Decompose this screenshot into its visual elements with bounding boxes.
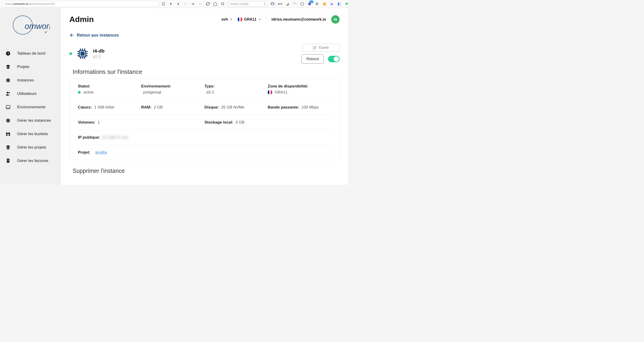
reboot-button[interactable]: Reboot bbox=[302, 54, 324, 64]
sidebar-item-projects[interactable]: Projets bbox=[0, 60, 61, 74]
chip-icon bbox=[76, 48, 89, 60]
forward-icon[interactable] bbox=[184, 2, 188, 6]
ext-icon-5[interactable]: ⚙ bbox=[315, 2, 319, 6]
svg-line-51 bbox=[314, 46, 316, 48]
dropdown-icon[interactable]: ▾ bbox=[169, 2, 173, 6]
region-selector[interactable]: GRA11 ▼ bbox=[238, 17, 261, 22]
bookmark-icon[interactable] bbox=[161, 2, 166, 6]
logo[interactable]: omwork bbox=[11, 14, 50, 38]
instance-name: i4-db bbox=[93, 48, 104, 54]
ext-icon-1[interactable]: ◢ bbox=[285, 2, 290, 6]
url-bar[interactable]: cloud.comwork.io/admin/instance/195 bbox=[2, 1, 159, 7]
svg-point-6 bbox=[45, 32, 46, 33]
svg-point-7 bbox=[47, 31, 48, 32]
ram-value: 2 GB bbox=[154, 105, 163, 110]
ext-icon-8[interactable]: ◧ bbox=[337, 2, 341, 6]
sidebar-item-manage-instances[interactable]: Gérer les instances bbox=[0, 114, 61, 127]
ext-icon-3[interactable] bbox=[300, 2, 304, 6]
sidebar: omwork Tableau de bord Projets Instances… bbox=[0, 8, 61, 185]
url-prefix: cloud. bbox=[5, 2, 13, 6]
svg-rect-38 bbox=[81, 52, 84, 55]
instance-size: d2-2 bbox=[93, 55, 104, 59]
info-section-title: Informations sur l'instance bbox=[72, 68, 340, 76]
back-link[interactable]: Retour aux instances bbox=[69, 33, 119, 38]
status-label: Statut: bbox=[78, 84, 141, 89]
svg-rect-10 bbox=[8, 80, 9, 81]
layers-icon bbox=[6, 64, 11, 69]
ext-icon-9[interactable]: ✱ bbox=[344, 2, 348, 6]
avatar[interactable]: IN bbox=[331, 15, 340, 24]
back-icon[interactable] bbox=[176, 2, 180, 6]
sidebar-item-manage-buckets[interactable]: Gérer les buckets bbox=[0, 127, 61, 141]
delete-section-title: Supprimer l'instance bbox=[72, 168, 340, 174]
ext-icon-2[interactable]: ◠ bbox=[293, 2, 297, 6]
url-path: /admin/instance/195 bbox=[28, 2, 55, 6]
svg-point-3 bbox=[272, 3, 273, 4]
sidebar-item-label: Projets bbox=[17, 65, 29, 69]
sidebar-item-manage-projects[interactable]: Gérer les projets bbox=[0, 141, 61, 154]
svg-rect-33 bbox=[7, 132, 8, 133]
profile-icon[interactable] bbox=[270, 2, 274, 6]
save-icon bbox=[6, 131, 11, 137]
svg-point-0 bbox=[221, 3, 224, 5]
bandwidth-label: Bande passante: bbox=[268, 105, 299, 110]
disk-label: Disque: bbox=[204, 105, 219, 110]
divider bbox=[266, 16, 266, 23]
laptop-icon bbox=[6, 105, 11, 110]
svg-text:$: $ bbox=[8, 159, 8, 162]
page-title: Admin bbox=[69, 15, 94, 24]
zone-label: Zone de disponibilité: bbox=[268, 84, 331, 89]
open-button[interactable]: Ouvrir bbox=[302, 44, 340, 52]
local-storage-label: Stockage local: bbox=[204, 120, 234, 125]
sidebar-item-label: Instances bbox=[17, 78, 34, 83]
ext-icon-6[interactable]: ▦ bbox=[322, 2, 326, 6]
sidebar-item-label: Gérer les instances bbox=[17, 118, 51, 123]
chevron-down-icon: ▼ bbox=[258, 18, 261, 21]
france-flag-icon bbox=[268, 90, 272, 95]
svg-rect-24 bbox=[8, 120, 9, 121]
last-icon[interactable] bbox=[198, 2, 202, 6]
sidebar-item-manage-invoices[interactable]: $ Gérer les factures bbox=[0, 154, 61, 168]
power-toggle[interactable] bbox=[328, 56, 340, 62]
first-icon[interactable] bbox=[191, 2, 195, 6]
browser-toolbar: cloud.comwork.io/admin/instance/195 ▾ Se… bbox=[0, 0, 348, 8]
sidebar-item-users[interactable]: Utilisateurs bbox=[0, 87, 61, 100]
main-content: Admin ovh ▼ GRA11 ▼ idriss.neumann@comwo… bbox=[61, 8, 348, 185]
users-icon bbox=[6, 91, 11, 96]
git-extension-icon[interactable]: .GIT bbox=[278, 2, 282, 6]
user-email: idriss.neumann@comwork.io bbox=[272, 17, 326, 22]
search-google-input[interactable]: Search Google ▾ bbox=[228, 1, 267, 7]
project-label: Projet: bbox=[78, 150, 90, 155]
sidebar-item-label: Environnements bbox=[17, 105, 46, 109]
svg-line-1 bbox=[223, 5, 224, 5]
public-ip-label: IP publique: bbox=[78, 135, 100, 140]
france-flag-icon bbox=[238, 17, 242, 22]
cores-value: 1 X86 64bit bbox=[94, 105, 114, 110]
env-label: Environnement: bbox=[141, 84, 204, 89]
home-icon[interactable] bbox=[213, 2, 217, 6]
sidebar-item-dashboard[interactable]: Tableau de bord bbox=[0, 47, 61, 60]
chip-icon bbox=[6, 118, 11, 123]
env-value: postgresql bbox=[141, 90, 204, 95]
sidebar-item-environments[interactable]: Environnements bbox=[0, 100, 61, 114]
status-dot bbox=[78, 91, 81, 94]
provider-selector[interactable]: ovh ▼ bbox=[222, 17, 232, 22]
ext-icon-7[interactable]: ◈ bbox=[330, 2, 334, 6]
project-link[interactable]: i4-infra bbox=[96, 150, 107, 155]
external-link-icon bbox=[313, 46, 316, 50]
reload-icon[interactable] bbox=[206, 2, 210, 6]
svg-point-19 bbox=[7, 92, 8, 94]
search-icon[interactable] bbox=[220, 2, 225, 6]
sidebar-item-instances[interactable]: Instances bbox=[0, 74, 61, 87]
receipt-icon: $ bbox=[6, 158, 11, 163]
svg-rect-34 bbox=[7, 134, 9, 136]
type-value: d2-2 bbox=[204, 90, 268, 95]
ext-icon-4[interactable] bbox=[308, 2, 312, 6]
sidebar-item-label: Gérer les factures bbox=[17, 159, 48, 163]
layers-icon bbox=[6, 145, 11, 150]
zone-value: GRA11 bbox=[274, 90, 288, 95]
volumes-label: Volumes: bbox=[78, 120, 95, 125]
local-storage-value: 0 GB bbox=[236, 120, 244, 125]
status-dot bbox=[69, 52, 72, 55]
disk-value: 25 GB NVMe bbox=[221, 105, 244, 110]
